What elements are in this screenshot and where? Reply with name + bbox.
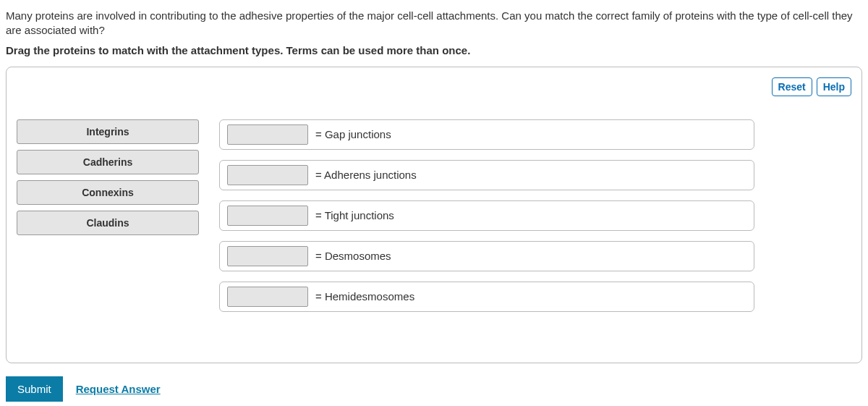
topbar: Reset Help [772,77,851,96]
drag-tile-integrins[interactable]: Integrins [17,119,199,144]
target-row: = Hemidesmosomes [219,282,754,312]
drop-slot[interactable] [227,246,308,266]
drag-tile-claudins[interactable]: Claudins [17,211,199,235]
drop-slot[interactable] [227,206,308,226]
target-label: = Hemidesmosomes [315,290,414,303]
activity-box: Reset Help Integrins Cadherins Connexins… [6,67,862,363]
reset-button[interactable]: Reset [772,77,812,96]
target-row: = Adherens junctions [219,160,754,190]
page: Many proteins are involved in contributi… [0,0,868,406]
question-text: Many proteins are involved in contributi… [6,9,862,38]
bottombar: Submit Request Answer [6,376,862,402]
help-button[interactable]: Help [817,77,851,96]
target-label: = Desmosomes [315,250,391,262]
source-column: Integrins Cadherins Connexins Claudins [17,119,199,312]
target-row: = Desmosomes [219,241,754,271]
target-label: = Adherens junctions [315,169,417,181]
target-label: = Gap junctions [315,128,391,140]
instructions-text: Drag the proteins to match with the atta… [6,44,862,56]
submit-button[interactable]: Submit [6,376,63,402]
drag-tile-connexins[interactable]: Connexins [17,180,199,205]
request-answer-link[interactable]: Request Answer [76,383,161,395]
target-row: = Gap junctions [219,119,754,150]
target-row: = Tight junctions [219,200,754,231]
target-label: = Tight junctions [315,209,394,221]
drag-tile-cadherins[interactable]: Cadherins [17,150,199,174]
drop-slot[interactable] [227,124,308,145]
drop-slot[interactable] [227,165,308,185]
drag-area: Integrins Cadherins Connexins Claudins =… [17,119,851,312]
drop-slot[interactable] [227,287,308,307]
targets-column: = Gap junctions = Adherens junctions = T… [219,119,851,312]
